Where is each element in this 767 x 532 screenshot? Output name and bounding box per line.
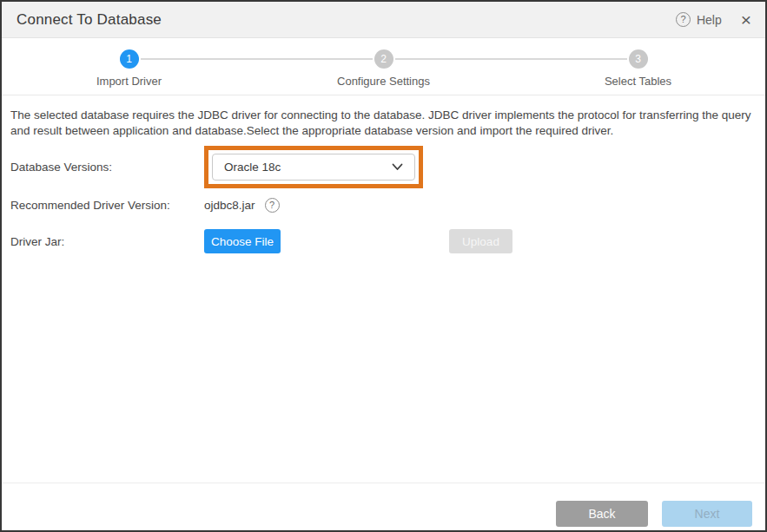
step-import-driver[interactable]: 1 Import Driver xyxy=(2,49,256,95)
back-button[interactable]: Back xyxy=(556,501,648,527)
database-versions-select[interactable]: Oracle 18c xyxy=(212,154,415,181)
step-select-tables[interactable]: 3 Select Tables xyxy=(511,49,765,95)
recommended-driver-row: Recommended Driver Version: ojdbc8.jar ? xyxy=(10,198,757,213)
driver-help-icon[interactable]: ? xyxy=(265,198,280,213)
step-1-circle[interactable]: 1 xyxy=(120,49,139,69)
upload-button[interactable]: Upload xyxy=(449,229,512,253)
database-versions-row: Database Versions: Oracle 18c xyxy=(10,146,757,188)
connect-to-database-dialog: Connect To Database ? Help × 1 Import Dr… xyxy=(0,0,767,532)
driver-jar-row: Driver Jar: Choose File Upload xyxy=(10,229,757,253)
database-versions-label: Database Versions: xyxy=(10,161,204,174)
driver-jar-label: Driver Jar: xyxy=(10,235,204,248)
step-3-label: Select Tables xyxy=(605,75,671,88)
step-configure-settings[interactable]: 2 Configure Settings xyxy=(256,49,511,95)
help-label: Help xyxy=(697,13,722,27)
step-2-circle[interactable]: 2 xyxy=(374,49,393,69)
choose-file-button[interactable]: Choose File xyxy=(204,229,281,253)
dialog-body: The selected database requires the JDBC … xyxy=(2,95,765,253)
step-1-label: Import Driver xyxy=(96,75,162,88)
dialog-footer: Back Next xyxy=(2,483,765,530)
jdbc-description-text: The selected database requires the JDBC … xyxy=(10,108,757,139)
next-button[interactable]: Next xyxy=(662,501,752,527)
step-3-circle[interactable]: 3 xyxy=(629,49,648,69)
title-bar: Connect To Database ? Help × xyxy=(2,2,765,38)
wizard-stepper: 1 Import Driver 2 Configure Settings 3 S… xyxy=(2,38,765,95)
page-title: Connect To Database xyxy=(17,11,162,29)
help-button[interactable]: ? Help xyxy=(676,12,722,27)
chevron-down-icon xyxy=(392,163,403,171)
selected-database-version: Oracle 18c xyxy=(224,161,281,174)
close-icon[interactable]: × xyxy=(741,10,751,29)
recommended-driver-value: ojdbc8.jar xyxy=(204,199,255,212)
step-2-label: Configure Settings xyxy=(337,75,430,88)
recommended-driver-label: Recommended Driver Version: xyxy=(10,199,204,212)
highlight-annotation-box: Oracle 18c xyxy=(204,146,423,188)
title-bar-actions: ? Help × xyxy=(676,10,751,29)
help-circle-icon: ? xyxy=(676,12,691,27)
